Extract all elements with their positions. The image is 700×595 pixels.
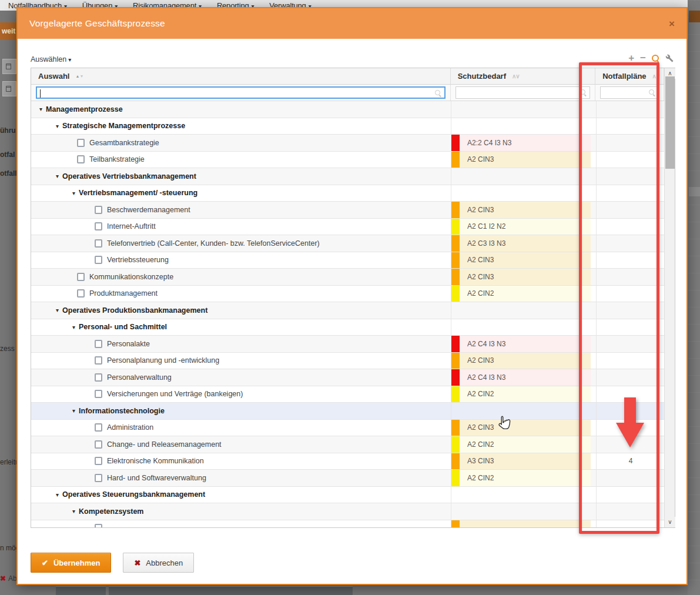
row-checkbox[interactable] [77,139,85,147]
collapse-arrow-icon[interactable]: ▾ [72,190,75,196]
cell-auswahl: ▾ Gesamtbankstrategie [31,135,451,151]
collapse-arrow-icon[interactable]: ▾ [56,173,59,179]
table-row[interactable]: ▾ Produktmanagement A2 CIN2 [31,286,675,303]
search-icon[interactable] [652,55,659,62]
schutzbedarf-value: A2 C4 I3 N3 [467,340,505,348]
severity-chip [451,369,460,386]
collapse-all-icon[interactable]: − [640,54,646,62]
severity-chip [451,219,460,235]
cell-schutzbedarf: A2 C4 I3 N3 [451,336,597,352]
row-checkbox[interactable] [95,222,102,230]
column-header-auswahl[interactable]: Auswahl ▲▼ [31,68,451,84]
row-checkbox[interactable] [95,206,102,214]
collapse-arrow-icon[interactable]: ▾ [72,407,75,414]
vertical-scrollbar[interactable]: ∧ ∨ [664,68,675,527]
row-checkbox[interactable] [95,457,102,465]
table-row[interactable]: ▾ Operatives Produktionsbankmanagement [31,302,675,319]
cell-auswahl: ▾ Change- und Releasemanagement [31,436,451,453]
cell-auswahl: ▾ Administration [31,420,451,436]
uebernehmen-button[interactable]: ✔ Übernehmen [31,553,111,573]
scrollbar-thumb[interactable] [665,76,675,169]
row-checkbox[interactable] [95,239,102,248]
table-row[interactable]: ▾ Hard- und Softwareverwaltung A2 CIN2 [31,470,675,487]
table-row[interactable]: ▾ Strategische Managementprozesse [31,118,675,135]
collapse-arrow-icon[interactable]: ▾ [72,508,75,514]
close-icon[interactable]: × [669,19,675,29]
search-icon [435,90,441,96]
background-text-fragment: otfal [0,151,15,159]
cell-auswahl: ▾ Beschwerdemanagement [31,202,451,218]
row-checkbox[interactable] [95,440,102,449]
row-checkbox[interactable] [95,356,102,365]
table-row[interactable]: ▾ Personalverwaltung A2 C4 I3 N3 [31,369,675,386]
filter-input-auswahl[interactable] [37,89,444,99]
table-row[interactable]: ▾ [31,520,675,528]
cell-auswahl: ▾ Personalplanung und -entwicklung [31,353,451,369]
schutzbedarf-value: A2 CIN3 [467,256,494,264]
cell-auswahl: ▾ Operatives Vertriebsbankmanagement [31,168,451,185]
row-checkbox[interactable] [77,273,85,281]
table-row[interactable]: ▾ Personalakte A2 C4 I3 N3 [31,336,675,353]
row-checkbox[interactable] [95,340,102,348]
table-row[interactable]: ▾ Administration A2 CIN3 [31,420,675,437]
table-row[interactable]: ▾ Versicherungen und Verträge (bankeigen… [31,386,675,403]
severity-chip [451,353,460,369]
table-row[interactable]: ▾ Informationstechnologie [31,403,675,420]
row-checkbox[interactable] [95,373,102,382]
background-button-fragment [2,81,16,96]
sort-icons[interactable]: ∧∨ [512,73,520,79]
process-label: Personal- und Sachmittel [79,323,167,331]
process-label: Operatives Vertriebsbankmanagement [62,172,196,180]
row-checkbox[interactable] [95,474,102,482]
table-row[interactable]: ▾ Personalplanung und -entwicklung A2 CI… [31,353,675,370]
process-label: Operatives Steuerungsbankmanagement [62,490,205,499]
collapse-arrow-icon[interactable]: ▾ [56,492,59,498]
collapse-arrow-icon[interactable]: ▾ [56,307,59,313]
row-checkbox[interactable] [77,155,85,163]
table-row[interactable]: ▾ Teilbankstrategie A2 CIN3 [31,152,675,169]
table-row[interactable]: ▾ Kommunikationskonzepte A2 CIN3 [31,269,675,286]
table-row[interactable]: ▾ Internet-Auftritt A2 C1 I2 N2 [31,219,675,236]
background-tab-fragment: weit [0,22,16,40]
table-row[interactable]: ▾ Vertriebsmanagement/ -steuerung [31,185,675,202]
abbrechen-button[interactable]: ✖ Abbrechen [123,553,194,573]
table-row[interactable]: ▾ Operatives Steuerungsbankmanagement [31,487,675,504]
table-row[interactable]: ▾ Gesamtbankstrategie A2:2 C4 I3 N3 [31,135,675,152]
schutzbedarf-value: A2 C3 I3 N3 [467,239,505,248]
trash-icon [6,86,11,92]
cell-auswahl: ▾ Internet-Auftritt [31,219,451,235]
table-row[interactable]: ▾ Elektronische Kommunikation A3 CIN3 4 [31,453,675,470]
table-row[interactable]: ▾ Operatives Vertriebsbankmanagement [31,168,675,185]
wrench-icon[interactable] [665,54,674,62]
cell-auswahl: ▾ Versicherungen und Verträge (bankeigen… [31,386,451,403]
row-checkbox[interactable] [95,390,102,398]
table-row[interactable]: ▾ Change- und Releasemanagement A2 CIN2 [31,436,675,453]
row-checkbox[interactable] [95,256,102,264]
filter-input-schutzbedarf-wrap [455,86,591,99]
row-checkbox[interactable] [77,289,85,298]
table-row[interactable]: ▾ Beschwerdemanagement A2 CIN3 [31,202,675,219]
severity-chip [451,152,460,168]
process-label: Hard- und Softwareverwaltung [107,474,206,482]
row-checkbox[interactable] [95,423,102,432]
table-row[interactable]: ▾ Kompetenzsystem [31,503,675,520]
expand-all-icon[interactable]: + [628,54,634,62]
scroll-down-button[interactable]: ∨ [665,517,675,527]
table-row[interactable]: ▾ Telefonvertrieb (Call-Center, Kunden- … [31,235,675,252]
column-header-schutzbedarf[interactable]: Schutzbedarf ∧∨ [451,68,596,84]
table-row[interactable]: ▾ Managementprozesse [31,101,675,118]
collapse-arrow-icon[interactable]: ▾ [56,123,59,129]
collapse-arrow-icon[interactable]: ▾ [39,106,42,112]
table-row[interactable]: ▾ Personal- und Sachmittel [31,319,675,336]
severity-chip [451,135,460,151]
background-text-fragment: ühru [0,126,16,135]
sort-icons[interactable]: ▲▼ [75,74,83,78]
row-checkbox[interactable] [95,524,102,527]
cell-auswahl: ▾ Kompetenzsystem [31,503,451,520]
collapse-arrow-icon[interactable]: ▾ [72,324,75,330]
cell-schutzbedarf: A2 CIN2 [451,436,597,453]
auswaehlen-dropdown[interactable]: Auswählen▾ [31,55,71,63]
filter-input-schutzbedarf[interactable] [456,88,590,99]
background-button-fragment [2,59,16,74]
table-row[interactable]: ▾ Vertriebssteuerung A2 CIN3 [31,252,675,269]
